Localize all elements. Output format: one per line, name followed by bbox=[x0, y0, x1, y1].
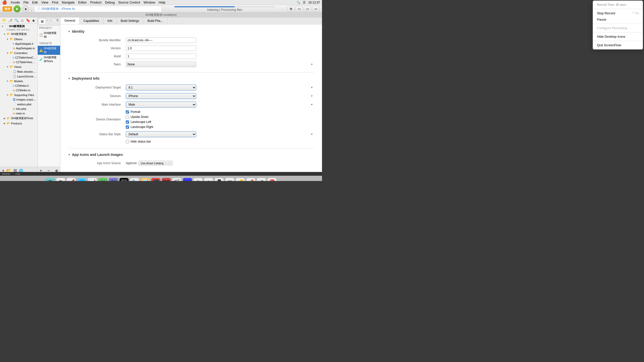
nav-back-button[interactable]: ‹ bbox=[46, 18, 49, 24]
menu-find[interactable]: Find bbox=[52, 1, 58, 4]
dock-unknown2[interactable]: 📌 bbox=[246, 178, 256, 181]
dock-onenote[interactable]: N bbox=[109, 178, 118, 181]
layout-btn3[interactable]: ▭ bbox=[312, 6, 319, 12]
deployment-section-header[interactable]: ▼ Deployment Info bbox=[68, 76, 314, 80]
build-input[interactable] bbox=[126, 54, 196, 59]
tree-weibos-plist[interactable]: 📄 weibos.plist bbox=[0, 102, 37, 107]
dock-device-sim[interactable]: 💻 bbox=[225, 178, 234, 181]
dock-excel[interactable]: X bbox=[98, 178, 108, 181]
tree-models[interactable]: ▼ 📂 Models bbox=[0, 79, 37, 83]
dock-word[interactable]: W bbox=[183, 178, 192, 181]
dock-safari[interactable]: 🌐 bbox=[77, 178, 87, 181]
bundle-id-input[interactable] bbox=[126, 37, 196, 43]
stop-button[interactable]: ■ bbox=[22, 5, 29, 12]
main-interface-select[interactable]: Main bbox=[126, 102, 196, 108]
tree-mainm[interactable]: m main.m bbox=[0, 111, 37, 116]
tree-appdelegate-m[interactable]: m AppDelegate.m bbox=[0, 46, 37, 51]
version-input[interactable] bbox=[126, 46, 196, 51]
dock-textedit[interactable]: 📝 bbox=[88, 178, 97, 181]
tab-capabilities[interactable]: Capabilities bbox=[79, 17, 103, 24]
tree-czweibo-h[interactable]: h CZWeibo.h bbox=[0, 83, 37, 88]
tree-cztable-h[interactable]: h CZTableViewController.h bbox=[0, 55, 37, 60]
breadcrumb-device[interactable]: iPhone 4s bbox=[62, 7, 75, 11]
app-icons-section-header[interactable]: ▼ App Icons and Launch Images bbox=[68, 153, 314, 157]
project-nav-item[interactable]: 📋 004微博案例 bbox=[38, 30, 60, 39]
dock-terminal[interactable]: ⬛ bbox=[119, 178, 129, 181]
tree-launchscreen[interactable]: 📋 LaunchScreen.xib bbox=[0, 74, 37, 79]
grid-view-btn[interactable]: ⊞ bbox=[39, 19, 45, 24]
nav-forward-button[interactable]: › bbox=[49, 18, 52, 24]
view-toggle-btn[interactable]: ⊞ bbox=[288, 6, 295, 12]
menu-file[interactable]: File bbox=[23, 1, 29, 4]
menu-editor[interactable]: Editor bbox=[78, 1, 87, 4]
menu-source-control[interactable]: Source Control bbox=[118, 1, 140, 4]
search-icon[interactable]: 🔍 bbox=[297, 1, 300, 4]
dock-ios-sim[interactable]: 📱 bbox=[214, 178, 224, 181]
menu-product[interactable]: Product bbox=[90, 1, 102, 4]
tree-products[interactable]: ▶ 📂 Products bbox=[0, 121, 37, 126]
dock-parallels[interactable]: ⬛ bbox=[151, 178, 160, 181]
upside-down-checkbox[interactable] bbox=[126, 115, 129, 119]
dock-screenflow[interactable]: 🎬 bbox=[172, 178, 182, 181]
target2-nav-item[interactable]: 🧪 004微博案例Tests bbox=[38, 55, 60, 64]
dock-font-book2[interactable]: A bbox=[204, 178, 213, 181]
tree-czweibo-m[interactable]: m CZWeibo.m bbox=[0, 88, 37, 93]
layout-btn[interactable]: ▭ bbox=[296, 6, 303, 12]
use-asset-catalog-btn[interactable]: Use Asset Catalog bbox=[138, 161, 166, 165]
team-select[interactable]: None bbox=[126, 62, 196, 67]
menu-icon[interactable]: ☰ bbox=[303, 1, 306, 4]
portrait-checkbox[interactable] bbox=[126, 110, 129, 114]
dock-tower[interactable]: 🔧 bbox=[130, 178, 139, 181]
tree-main-folder[interactable]: ▼ 📂 004微博案例 bbox=[0, 31, 37, 37]
identity-section-header[interactable]: ▼ Identity bbox=[68, 29, 314, 33]
tab-build-phases[interactable]: Build Pha... bbox=[143, 17, 167, 24]
tab-general[interactable]: General bbox=[60, 17, 79, 24]
dock-sketch[interactable]: 💎 bbox=[140, 178, 150, 181]
tree-images-xcassets[interactable]: 🖼 Images.xcassets bbox=[0, 97, 37, 102]
deployment-target-select[interactable]: 8.1 bbox=[126, 84, 196, 90]
tree-views[interactable]: ▼ 📂 Views bbox=[0, 64, 37, 69]
app-icons-more-btn[interactable]: ⋯ bbox=[166, 161, 173, 165]
menu-xcode[interactable]: Xcode bbox=[11, 1, 20, 4]
git-icon[interactable]: ⎇ bbox=[8, 18, 12, 22]
folder-icon[interactable]: 📁 bbox=[2, 18, 6, 22]
tree-tests[interactable]: ▶ 📂 004微博案例Tests bbox=[0, 116, 37, 121]
tree-appdelegate-h[interactable]: h AppDelegate.h bbox=[0, 41, 37, 46]
pause-indicator[interactable]: 暂停 bbox=[3, 6, 12, 12]
tab-build-settings[interactable]: Build Settings bbox=[117, 17, 143, 24]
menu-window[interactable]: Window bbox=[144, 1, 155, 4]
breadcrumb-project[interactable]: 004微博案例 bbox=[42, 7, 59, 11]
dock-system-prefs[interactable]: ⚙ bbox=[56, 178, 65, 181]
bookmark-icon[interactable]: 🔖 bbox=[26, 18, 30, 22]
tree-others[interactable]: ▼ 📂 Others bbox=[0, 37, 37, 41]
dock-unknown4[interactable]: 🔴 bbox=[267, 178, 277, 181]
status-bar-style-select[interactable]: Default bbox=[126, 131, 196, 137]
dock-launchpad[interactable]: 🚀 bbox=[66, 178, 76, 181]
dock-filezilla[interactable]: FZ bbox=[162, 178, 171, 181]
apple-menu[interactable]: 🍎 bbox=[2, 0, 7, 5]
tree-mainstoryboard[interactable]: 📋 Main.storyboard bbox=[0, 69, 37, 74]
tree-info-plist[interactable]: m Info.plist bbox=[0, 107, 37, 111]
dock-finder[interactable]: 🖥 bbox=[45, 178, 55, 181]
landscape-right-checkbox[interactable] bbox=[126, 125, 129, 129]
search-sidebar-icon[interactable]: 🔍 bbox=[14, 18, 19, 22]
dock-font-book[interactable]: A bbox=[193, 178, 203, 181]
dock-unknown3[interactable]: 🖨 bbox=[257, 178, 266, 181]
devices-select[interactable]: iPhone bbox=[126, 93, 196, 99]
tab-info[interactable]: Info bbox=[103, 17, 117, 24]
tree-controllers[interactable]: ▼ 📂 Controllers bbox=[0, 51, 37, 55]
dock-unknown1[interactable]: 🔑 bbox=[235, 178, 245, 181]
menu-view[interactable]: View bbox=[41, 1, 48, 4]
tree-root[interactable]: ▼ 📄 004微博案例 2 targets, iOS SDK 8.1 bbox=[0, 24, 37, 31]
breakpoint-icon[interactable]: ◆ bbox=[32, 18, 35, 22]
warning-icon[interactable]: ⚠ bbox=[21, 18, 24, 22]
tree-cztable-m[interactable]: m CZTableViewController.m bbox=[0, 60, 37, 64]
hide-status-bar-checkbox[interactable] bbox=[126, 140, 129, 143]
target1-nav-item[interactable]: ⚠️ 004微博案例 bbox=[38, 46, 60, 55]
menu-debug[interactable]: Debug bbox=[105, 1, 115, 4]
landscape-left-checkbox[interactable] bbox=[126, 120, 129, 124]
menu-help[interactable]: Help bbox=[159, 1, 166, 4]
layout-btn2[interactable]: ▭ bbox=[304, 6, 311, 12]
menu-navigate[interactable]: Navigate bbox=[62, 1, 74, 4]
menu-edit[interactable]: Edit bbox=[32, 1, 38, 4]
